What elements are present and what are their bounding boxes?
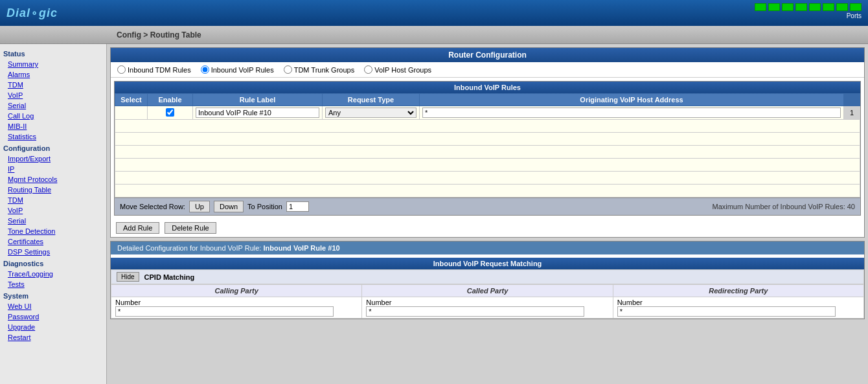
port-light-3 (782, 3, 794, 11)
col-request-type: Request Type (323, 94, 420, 106)
empty-row (115, 185, 860, 198)
cell-type: Any INVITE SUBSCRIBE REGISTER (323, 106, 420, 120)
radio-inbound-tdm-label: Inbound TDM Rules (128, 66, 191, 74)
router-config-panel: Router Configuration Inbound TDM Rules I… (110, 47, 865, 238)
sidebar-item-dsp-settings[interactable]: DSP Settings (0, 247, 106, 257)
main-layout: Status Summary Alarms TDM VoIP Serial Ca… (0, 44, 868, 384)
col-called: Called Party (362, 285, 613, 297)
sidebar-item-webui[interactable]: Web UI (0, 301, 106, 311)
sidebar-item-config-serial[interactable]: Serial (0, 216, 106, 226)
add-rule-button[interactable]: Add Rule (116, 222, 159, 234)
sidebar-item-tone-detection[interactable]: Tone Detection (0, 226, 106, 236)
empty-row (115, 172, 860, 185)
sidebar-item-summary[interactable]: Summary (0, 59, 106, 69)
delete-rule-button[interactable]: Delete Rule (165, 222, 216, 234)
sidebar-system-header: System (0, 289, 106, 301)
col-scroll (844, 94, 860, 106)
logo-text: Dial⚬gic (6, 6, 58, 19)
port-light-2 (768, 3, 780, 11)
radio-voip-host-input[interactable] (364, 65, 372, 74)
sidebar-item-calllog[interactable]: Call Log (0, 111, 106, 121)
sidebar-status-header: Status (0, 47, 106, 59)
redirecting-cell: Number (613, 297, 863, 319)
request-type-select[interactable]: Any INVITE SUBSCRIBE REGISTER (325, 107, 417, 118)
detail-label-prefix: Detailed Configuration for Inbound VoIP … (117, 244, 261, 252)
rules-table-wrapper: Select Enable Rule Label Request Type Or… (115, 93, 860, 198)
port-light-1 (755, 3, 766, 11)
table-row: Any INVITE SUBSCRIBE REGISTER 1 (115, 106, 860, 120)
cpid-section-title: Inbound VoIP Request Matching (111, 258, 864, 269)
redirecting-number-label: Number (617, 299, 643, 306)
btn-up[interactable]: Up (189, 201, 210, 212)
sidebar-item-trace[interactable]: Trace/Logging (0, 269, 106, 279)
radio-voip-host[interactable]: VoIP Host Groups (364, 65, 431, 74)
sidebar-item-password[interactable]: Password (0, 311, 106, 322)
sidebar-item-importexport[interactable]: Import/Export (0, 153, 106, 164)
radio-tdm-trunk[interactable]: TDM Trunk Groups (284, 65, 355, 74)
sidebar-item-restart[interactable]: Restart (0, 332, 106, 343)
hide-button[interactable]: Hide (117, 272, 139, 282)
sidebar-item-routing[interactable]: Routing Table (0, 185, 106, 195)
col-calling: Calling Party (111, 285, 362, 297)
sidebar-item-upgrade[interactable]: Upgrade (0, 322, 106, 332)
called-cell: Number (362, 297, 613, 319)
radio-inbound-voip[interactable]: Inbound VoIP Rules (201, 65, 274, 74)
calling-cell: Number (111, 297, 362, 319)
sidebar-item-tdm[interactable]: TDM (0, 80, 106, 90)
cpid-row: Number Number Number (111, 297, 864, 319)
sidebar-config-header: Configuration (0, 142, 106, 153)
position-input[interactable] (286, 201, 309, 212)
host-address-input[interactable] (422, 107, 841, 118)
cell-select (115, 106, 148, 120)
empty-row (115, 120, 860, 133)
radio-inbound-tdm-input[interactable] (117, 65, 126, 74)
empty-row (115, 133, 860, 146)
sidebar-item-mgmt[interactable]: Mgmt Protocols (0, 174, 106, 185)
rules-table: Select Enable Rule Label Request Type Or… (115, 93, 860, 198)
sidebar-item-voip[interactable]: VoIP (0, 90, 106, 100)
app-logo: Dial⚬gic (6, 6, 58, 20)
sidebar-item-serial[interactable]: Serial (0, 100, 106, 111)
cpid-table: Calling Party Called Party Redirecting P… (111, 284, 864, 319)
cell-enable (148, 106, 193, 120)
col-host: Originating VoIP Host Address (420, 94, 844, 106)
sidebar-item-config-tdm[interactable]: TDM (0, 195, 106, 205)
calling-number-label: Number (115, 299, 141, 306)
port-light-8 (850, 3, 862, 11)
called-number-input[interactable] (366, 306, 584, 317)
radio-inbound-voip-label: Inbound VoIP Rules (211, 66, 274, 74)
sidebar-item-mibii[interactable]: MIB-II (0, 121, 106, 131)
content-area: Router Configuration Inbound TDM Rules I… (107, 44, 868, 384)
port-light-7 (836, 3, 848, 11)
sidebar-item-tests[interactable]: Tests (0, 279, 106, 289)
cpid-label: CPID Matching (144, 273, 195, 281)
cell-label (193, 106, 323, 120)
sidebar-item-ip[interactable]: IP (0, 164, 106, 174)
port-indicators (755, 3, 862, 11)
col-redirecting: Redirecting Party (613, 285, 863, 297)
radio-inbound-voip-input[interactable] (201, 65, 209, 74)
to-position-label: To Position (247, 203, 282, 210)
ports-area: Ports (755, 3, 862, 19)
calling-number-input[interactable] (115, 306, 334, 317)
col-select: Select (115, 94, 148, 106)
inbound-voip-rules-title: Inbound VoIP Rules (115, 82, 860, 93)
sidebar-item-certificates[interactable]: Certificates (0, 236, 106, 247)
router-config-title: Router Configuration (111, 48, 864, 62)
hide-bar: Hide CPID Matching (111, 269, 864, 284)
redirecting-number-input[interactable] (617, 306, 836, 317)
sidebar-item-config-voip[interactable]: VoIP (0, 205, 106, 216)
radio-tdm-trunk-input[interactable] (284, 65, 292, 74)
radio-inbound-tdm[interactable]: Inbound TDM Rules (117, 65, 191, 74)
ports-label: Ports (847, 12, 862, 19)
sidebar-item-alarms[interactable]: Alarms (0, 69, 106, 80)
port-light-4 (795, 3, 807, 11)
sidebar-diag-header: Diagnostics (0, 257, 106, 269)
btn-down[interactable]: Down (214, 201, 244, 212)
inbound-voip-rules-panel: Inbound VoIP Rules Select Enable Rule La… (114, 81, 861, 216)
enable-checkbox[interactable] (166, 108, 174, 117)
radio-voip-host-label: VoIP Host Groups (374, 66, 431, 74)
sidebar-item-statistics[interactable]: Statistics (0, 131, 106, 142)
rule-label-input[interactable] (196, 107, 319, 118)
radio-tdm-trunk-label: TDM Trunk Groups (294, 66, 355, 74)
